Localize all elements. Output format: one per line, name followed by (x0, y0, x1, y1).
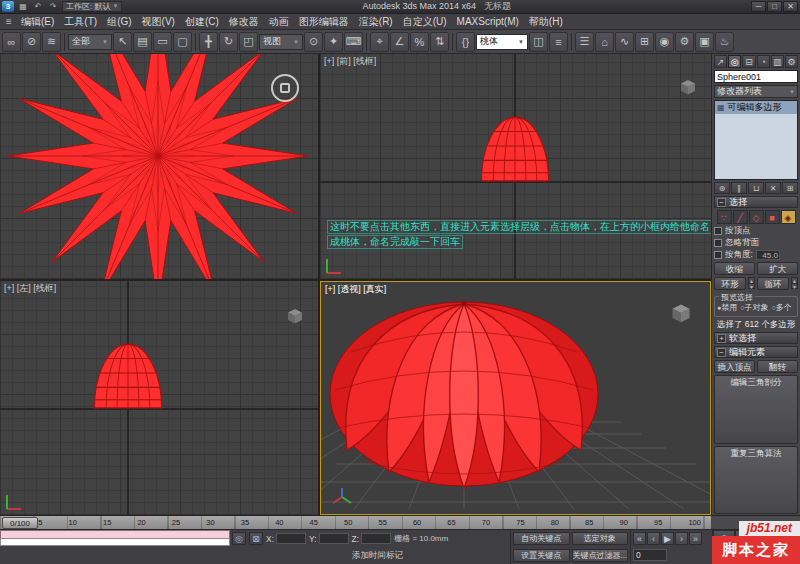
loop-button[interactable]: 循环 (757, 277, 789, 290)
selected-set-dropdown[interactable]: 选定对象 (572, 532, 629, 545)
select-and-move-icon[interactable]: ╋ (199, 32, 218, 52)
add-time-tag[interactable]: 添加时间标记 (352, 550, 403, 562)
polygon-mode-icon[interactable]: ■ (765, 210, 780, 224)
menu-help[interactable]: 帮助(H) (524, 15, 568, 29)
spinner-snap-icon[interactable]: ⇅ (430, 32, 449, 52)
checkbox-icon[interactable] (714, 251, 722, 259)
select-and-rotate-icon[interactable]: ↻ (219, 32, 238, 52)
stack-item-editable-poly[interactable]: ▦ 可编辑多边形 (715, 101, 797, 114)
tab-motion[interactable]: ◔ (757, 55, 770, 68)
menu-create[interactable]: 创建(C) (180, 15, 224, 29)
menu-modifiers[interactable]: 修改器 (224, 15, 264, 29)
menu-maxscript[interactable]: MAXScript(M) (452, 16, 524, 27)
viewcube-icon[interactable] (679, 78, 697, 96)
keyboard-override-icon[interactable]: ⌨ (344, 32, 363, 52)
preview-subobj-radio[interactable]: ○子对象 (740, 302, 768, 313)
select-by-name-icon[interactable]: ▤ (133, 32, 152, 52)
viewport-perspective-label[interactable]: [+] [透视] [真实] (325, 283, 386, 296)
retriangulate-button[interactable]: 重复三角算法 (714, 446, 798, 515)
checkbox-icon[interactable] (714, 239, 722, 247)
tab-create[interactable]: ↗ (714, 55, 727, 68)
vertex-mode-icon[interactable]: ∵ (717, 210, 732, 224)
viewport-perspective[interactable]: [+] [透视] [真实] (320, 281, 711, 515)
next-frame-icon[interactable]: › (675, 532, 688, 545)
close-button[interactable]: ✕ (783, 1, 798, 12)
edit-triangulation-button[interactable]: 编辑三角剖分 (714, 375, 798, 444)
make-unique-icon[interactable]: ⊔ (748, 182, 764, 194)
application-button[interactable]: 3 (2, 1, 14, 12)
rectangular-selection-region-icon[interactable]: ▭ (153, 32, 172, 52)
select-and-scale-icon[interactable]: ◰ (239, 32, 258, 52)
mirror-icon[interactable]: ◫ (529, 32, 548, 52)
ignore-backfacing-checkbox[interactable]: 忽略背面 (714, 238, 798, 248)
menu-animation[interactable]: 动画 (264, 15, 294, 29)
save-icon[interactable]: ▦ (17, 1, 29, 12)
coord-x-field[interactable] (276, 533, 306, 544)
rollout-toggle-icon[interactable]: + (717, 334, 726, 343)
shrink-button[interactable]: 收缩 (714, 262, 755, 275)
reference-coordinate-dropdown[interactable]: 视图▼ (259, 34, 303, 50)
maximize-button[interactable]: □ (767, 1, 782, 12)
use-pivot-center-icon[interactable]: ⊙ (304, 32, 323, 52)
isolate-selection-icon[interactable]: ◎ (232, 532, 246, 545)
play-icon[interactable]: ▶ (661, 532, 674, 545)
rollout-edit-elements[interactable]: − 编辑元素 (714, 346, 798, 358)
sphere-object-left-view[interactable] (86, 338, 170, 410)
graphite-ribbon-icon[interactable]: ⌂ (595, 32, 614, 52)
tab-hierarchy[interactable]: ⊟ (742, 55, 755, 68)
coord-z-field[interactable] (361, 533, 391, 544)
named-selection-set-input[interactable]: 桃体▼ (476, 34, 528, 50)
auto-key-button[interactable]: 自动关键点 (513, 532, 570, 545)
object-name-field[interactable]: Sphere001 (714, 70, 798, 83)
configure-modifier-sets-icon[interactable]: ⊞ (782, 182, 798, 194)
menu-tools[interactable]: 工具(T) (59, 15, 102, 29)
menu-edit[interactable]: 编辑(E) (16, 15, 59, 29)
minimize-button[interactable]: ─ (751, 1, 766, 12)
go-to-end-icon[interactable]: » (689, 532, 702, 545)
insert-vertex-button[interactable]: 插入顶点 (714, 360, 755, 373)
flip-button[interactable]: 翻转 (757, 360, 798, 373)
viewport-left[interactable]: [+] [左] [线框] (0, 281, 318, 515)
workspace-dropdown[interactable]: 工作区: 默认▼ (62, 1, 122, 12)
modifier-stack[interactable]: ▦ 可编辑多边形 (714, 100, 798, 180)
select-and-manipulate-icon[interactable]: ✦ (324, 32, 343, 52)
bind-to-space-warp-icon[interactable]: ≋ (42, 32, 61, 52)
viewcube-icon[interactable] (286, 307, 304, 325)
edge-mode-icon[interactable]: ╱ (733, 210, 748, 224)
angle-value-field[interactable]: 45.0 (756, 250, 780, 260)
time-slider-handle[interactable]: 0/100 (2, 517, 38, 529)
tab-utilities[interactable]: ⚙ (785, 55, 798, 68)
snaps-toggle-icon[interactable]: ⌖ (370, 32, 389, 52)
current-frame-field[interactable]: 0 (633, 549, 667, 561)
remove-modifier-icon[interactable]: ✕ (765, 182, 781, 194)
percent-snap-icon[interactable]: % (410, 32, 429, 52)
rendered-frame-icon[interactable]: ▣ (695, 32, 714, 52)
coord-y-field[interactable] (319, 533, 349, 544)
viewport-top[interactable] (0, 54, 318, 279)
rollout-soft-selection[interactable]: + 软选择 (714, 332, 798, 344)
border-mode-icon[interactable]: ◇ (749, 210, 764, 224)
by-angle-checkbox[interactable]: 按角度: 45.0 (714, 250, 798, 260)
redo-icon[interactable]: ↷ (47, 1, 59, 12)
sphere-object-front-view[interactable] (473, 111, 557, 183)
rollout-selection[interactable]: − 选择 (714, 196, 798, 208)
ring-spinner[interactable]: ▲▼ (748, 277, 755, 290)
maxscript-mini-listener[interactable] (0, 538, 230, 546)
viewport-left-label[interactable]: [+] [左] [线框] (4, 282, 56, 295)
by-vertex-checkbox[interactable]: 按顶点 (714, 226, 798, 236)
render-setup-icon[interactable]: ⚙ (675, 32, 694, 52)
app-menu-icon[interactable]: ≡ (2, 16, 16, 27)
select-object-icon[interactable]: ↖ (113, 32, 132, 52)
ring-button[interactable]: 环形 (714, 277, 746, 290)
layer-manager-icon[interactable]: ☰ (575, 32, 594, 52)
loop-spinner[interactable]: ▲▼ (791, 277, 798, 290)
menu-group[interactable]: 组(G) (102, 15, 136, 29)
pumpkin-object[interactable] (330, 301, 598, 489)
selection-lock-icon[interactable]: ⊠ (249, 532, 263, 545)
preview-multi-radio[interactable]: ○多个 (771, 302, 791, 313)
preview-disable-radio[interactable]: ●禁用 (717, 302, 737, 313)
menu-graph-editors[interactable]: 图形编辑器 (294, 15, 354, 29)
select-and-link-icon[interactable]: ∞ (2, 32, 21, 52)
menu-views[interactable]: 视图(V) (137, 15, 180, 29)
menu-rendering[interactable]: 渲染(R) (354, 15, 398, 29)
